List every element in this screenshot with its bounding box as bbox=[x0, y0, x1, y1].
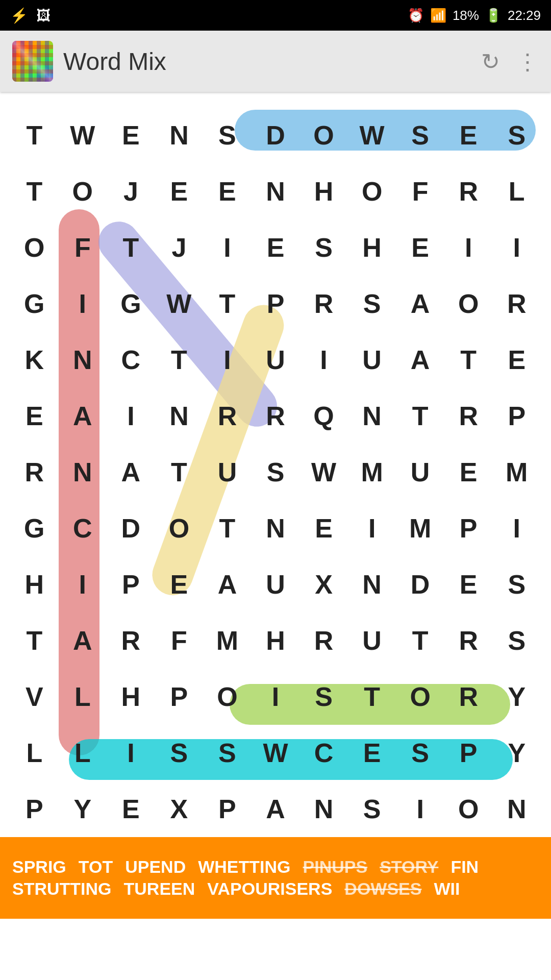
grid-cell[interactable]: F bbox=[396, 167, 444, 216]
grid-cell[interactable]: S bbox=[492, 111, 541, 160]
grid-cell[interactable]: S bbox=[299, 224, 348, 272]
grid-cell[interactable]: S bbox=[492, 560, 541, 609]
grid-cell[interactable]: R bbox=[299, 280, 348, 328]
grid-cell[interactable]: P bbox=[252, 280, 300, 328]
grid-cell[interactable]: Y bbox=[492, 729, 541, 777]
grid-cell[interactable]: E bbox=[252, 224, 300, 272]
grid-cell[interactable]: N bbox=[252, 167, 300, 216]
grid-cell[interactable]: M bbox=[396, 504, 444, 553]
grid-cell[interactable]: W bbox=[155, 280, 204, 328]
grid-cell[interactable]: W bbox=[252, 729, 300, 777]
grid-cell[interactable]: G bbox=[10, 504, 59, 553]
grid-cell[interactable]: F bbox=[155, 617, 204, 665]
grid-cell[interactable]: T bbox=[396, 392, 444, 440]
grid-cell[interactable]: A bbox=[396, 336, 444, 384]
grid-cell[interactable]: S bbox=[348, 280, 396, 328]
grid-cell[interactable]: I bbox=[59, 560, 107, 609]
grid-cell[interactable]: S bbox=[203, 729, 252, 777]
grid-cell[interactable]: A bbox=[107, 448, 155, 497]
grid-cell[interactable]: K bbox=[10, 336, 59, 384]
grid-cell[interactable]: O bbox=[59, 167, 107, 216]
grid-cell[interactable]: F bbox=[59, 224, 107, 272]
grid-cell[interactable]: N bbox=[252, 504, 300, 553]
grid-cell[interactable]: I bbox=[107, 392, 155, 440]
grid-cell[interactable]: C bbox=[299, 729, 348, 777]
grid-cell[interactable]: H bbox=[299, 167, 348, 216]
grid-cell[interactable]: M bbox=[203, 617, 252, 665]
grid-cell[interactable]: X bbox=[155, 785, 204, 834]
grid-cell[interactable]: E bbox=[444, 111, 493, 160]
grid-cell[interactable]: R bbox=[444, 392, 493, 440]
grid-cell[interactable]: O bbox=[348, 167, 396, 216]
grid-cell[interactable]: N bbox=[348, 560, 396, 609]
grid-cell[interactable]: U bbox=[252, 560, 300, 609]
grid-cell[interactable]: T bbox=[107, 224, 155, 272]
grid-cell[interactable]: W bbox=[348, 111, 396, 160]
grid-cell[interactable]: L bbox=[59, 729, 107, 777]
grid-cell[interactable]: O bbox=[10, 224, 59, 272]
grid-cell[interactable]: S bbox=[155, 729, 204, 777]
grid-cell[interactable]: I bbox=[348, 504, 396, 553]
grid-cell[interactable]: E bbox=[155, 167, 204, 216]
grid-cell[interactable]: U bbox=[252, 336, 300, 384]
grid-cell[interactable]: I bbox=[203, 336, 252, 384]
grid-cell[interactable]: L bbox=[10, 729, 59, 777]
grid-cell[interactable]: O bbox=[299, 111, 348, 160]
grid-cell[interactable]: I bbox=[492, 504, 541, 553]
grid-cell[interactable]: T bbox=[203, 504, 252, 553]
grid-cell[interactable]: T bbox=[10, 111, 59, 160]
grid-cell[interactable]: N bbox=[155, 111, 204, 160]
grid-cell[interactable]: J bbox=[107, 167, 155, 216]
grid-cell[interactable]: U bbox=[348, 617, 396, 665]
grid-cell[interactable]: P bbox=[444, 729, 493, 777]
grid-cell[interactable]: H bbox=[348, 224, 396, 272]
grid-cell[interactable]: R bbox=[107, 617, 155, 665]
grid-cell[interactable]: T bbox=[348, 673, 396, 721]
grid-cell[interactable]: U bbox=[203, 448, 252, 497]
grid-cell[interactable]: S bbox=[396, 729, 444, 777]
grid-cell[interactable]: G bbox=[10, 280, 59, 328]
grid-cell[interactable]: T bbox=[203, 280, 252, 328]
grid-cell[interactable]: C bbox=[107, 336, 155, 384]
grid-cell[interactable]: X bbox=[299, 560, 348, 609]
grid-cell[interactable]: S bbox=[396, 111, 444, 160]
grid-cell[interactable]: S bbox=[299, 673, 348, 721]
grid-cell[interactable]: E bbox=[299, 504, 348, 553]
grid-cell[interactable]: S bbox=[492, 617, 541, 665]
grid-cell[interactable]: R bbox=[492, 280, 541, 328]
grid-cell[interactable]: H bbox=[10, 560, 59, 609]
grid-cell[interactable]: E bbox=[348, 729, 396, 777]
grid-cell[interactable]: P bbox=[155, 673, 204, 721]
grid-cell[interactable]: T bbox=[396, 617, 444, 665]
grid-cell[interactable]: R bbox=[444, 617, 493, 665]
grid-cell[interactable]: I bbox=[492, 224, 541, 272]
grid-cell[interactable]: O bbox=[155, 504, 204, 553]
grid-cell[interactable]: I bbox=[299, 336, 348, 384]
grid-cell[interactable]: D bbox=[252, 111, 300, 160]
grid-cell[interactable]: O bbox=[444, 280, 493, 328]
grid-cell[interactable]: R bbox=[299, 617, 348, 665]
grid-cell[interactable]: I bbox=[444, 224, 493, 272]
grid-cell[interactable]: R bbox=[203, 392, 252, 440]
grid-cell[interactable]: D bbox=[396, 560, 444, 609]
refresh-button[interactable]: ↻ bbox=[481, 48, 500, 75]
grid-cell[interactable]: U bbox=[348, 336, 396, 384]
grid-cell[interactable]: D bbox=[107, 504, 155, 553]
grid-cell[interactable]: R bbox=[444, 167, 493, 216]
grid-cell[interactable]: R bbox=[444, 673, 493, 721]
grid-cell[interactable]: P bbox=[444, 504, 493, 553]
grid-cell[interactable]: E bbox=[10, 392, 59, 440]
grid-cell[interactable]: C bbox=[59, 504, 107, 553]
grid-cell[interactable]: J bbox=[155, 224, 204, 272]
grid-cell[interactable]: H bbox=[252, 617, 300, 665]
grid-cell[interactable]: O bbox=[203, 673, 252, 721]
grid-cell[interactable]: E bbox=[155, 560, 204, 609]
grid-cell[interactable]: N bbox=[492, 785, 541, 834]
grid-cell[interactable]: E bbox=[444, 448, 493, 497]
grid-cell[interactable]: Y bbox=[59, 785, 107, 834]
grid-cell[interactable]: M bbox=[492, 448, 541, 497]
grid-cell[interactable]: A bbox=[396, 280, 444, 328]
grid-cell[interactable]: W bbox=[59, 111, 107, 160]
grid-cell[interactable]: E bbox=[444, 560, 493, 609]
grid-cell[interactable]: L bbox=[492, 167, 541, 216]
